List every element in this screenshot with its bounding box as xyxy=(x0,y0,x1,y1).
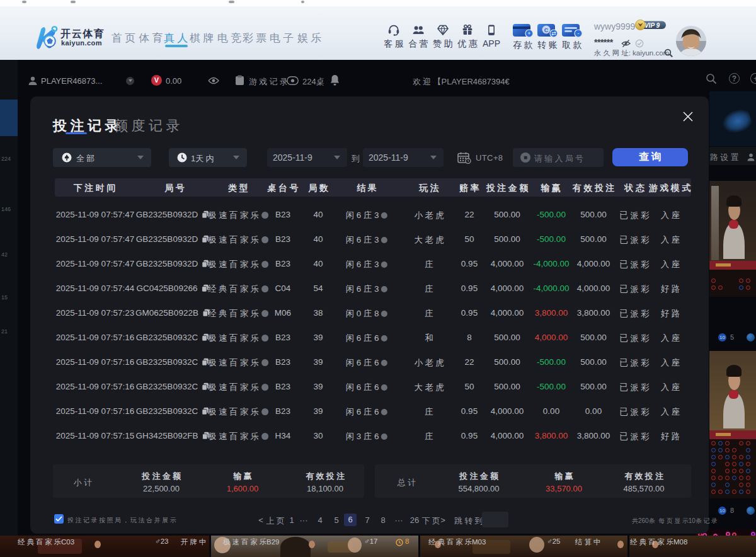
svg-text:+: + xyxy=(527,30,530,37)
svg-text:C: C xyxy=(544,27,549,33)
svg-text:⇄: ⇄ xyxy=(551,30,556,37)
svg-text:VIP 9: VIP 9 xyxy=(644,22,660,29)
svg-text:-: - xyxy=(578,30,580,37)
